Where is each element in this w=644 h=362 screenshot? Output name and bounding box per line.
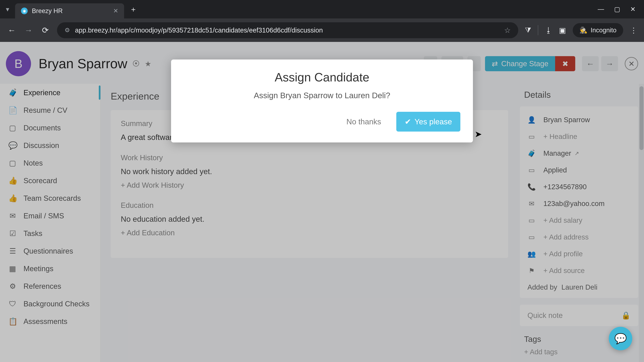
modal-body: Assign Bryan Sparrow to Lauren Deli?: [184, 91, 460, 100]
close-tab-icon[interactable]: ✕: [113, 7, 118, 14]
incognito-icon: 🕵: [580, 26, 587, 34]
yes-please-label: Yes please: [414, 117, 452, 126]
tab-strip: ▾ ◉ Breezy HR ✕ ＋ — ▢ ✕: [0, 0, 644, 18]
yes-please-button[interactable]: ✔ Yes please: [396, 112, 460, 132]
chat-bubble-icon: 💬: [614, 333, 627, 345]
tab-search-dropdown[interactable]: ▾: [2, 3, 14, 15]
modal-title: Assign Candidate: [184, 70, 460, 84]
check-icon: ✔: [405, 117, 411, 126]
window-controls: — ▢ ✕: [598, 5, 642, 13]
new-tab-button[interactable]: ＋: [128, 3, 139, 15]
url-text: app.breezy.hr/app/c/moodjoy/p/59357218dc…: [75, 26, 499, 34]
incognito-label: Incognito: [591, 27, 616, 34]
forward-icon: →: [24, 26, 34, 35]
incognito-indicator[interactable]: 🕵 Incognito: [573, 23, 623, 37]
downloads-icon[interactable]: ⭳: [545, 26, 552, 34]
omnibox[interactable]: ⚙ app.breezy.hr/app/c/moodjoy/p/59357218…: [57, 22, 518, 38]
breezy-favicon-icon: ◉: [21, 7, 28, 14]
no-thanks-button[interactable]: No thanks: [342, 113, 386, 130]
toolbar-right: ⧩ ⭳ ▣ 🕵 Incognito ⋮: [525, 23, 637, 37]
maximize-icon[interactable]: ▢: [614, 5, 620, 13]
minimize-icon[interactable]: —: [598, 5, 604, 13]
intercom-chat-button[interactable]: 💬: [609, 327, 632, 350]
reload-icon[interactable]: ⟳: [40, 25, 50, 35]
bookmark-star-icon[interactable]: ☆: [504, 26, 511, 34]
browser-menu-icon[interactable]: ⋮: [630, 26, 637, 34]
site-settings-icon[interactable]: ⚙: [64, 27, 70, 34]
sidepanel-icon[interactable]: ▣: [559, 26, 566, 34]
back-icon[interactable]: ←: [7, 26, 17, 35]
browser-toolbar: ← → ⟳ ⚙ app.breezy.hr/app/c/moodjoy/p/59…: [0, 18, 644, 42]
browser-chrome: ▾ ◉ Breezy HR ✕ ＋ — ▢ ✕ ← → ⟳ ⚙ app.bree…: [0, 0, 644, 42]
app-viewport: B Bryan Sparrow ⦿ ★ ⇄ Change Stage ✖ ← →…: [0, 42, 644, 362]
separator: [538, 25, 538, 35]
modal-actions: No thanks ✔ Yes please: [184, 112, 460, 132]
tab-title: Breezy HR: [32, 7, 109, 14]
close-window-icon[interactable]: ✕: [630, 5, 636, 13]
assign-candidate-modal: Assign Candidate Assign Bryan Sparrow to…: [171, 59, 473, 142]
browser-tab[interactable]: ◉ Breezy HR ✕: [15, 3, 124, 18]
extensions-icon[interactable]: ⧩: [525, 26, 531, 34]
